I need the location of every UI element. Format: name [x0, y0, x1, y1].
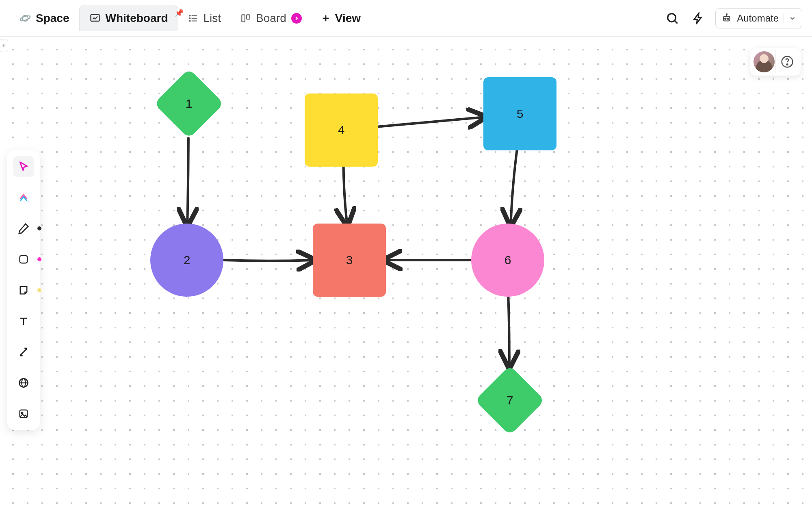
- shape-color-dot: [37, 257, 41, 261]
- tool-web[interactable]: [13, 372, 34, 393]
- tab-space[interactable]: Space: [10, 5, 79, 31]
- plus-icon: [321, 14, 330, 23]
- automate-button[interactable]: Automate: [715, 8, 802, 28]
- quick-action-button[interactable]: [689, 9, 707, 27]
- svg-point-8: [189, 20, 190, 21]
- node-4[interactable]: 4: [305, 93, 378, 167]
- svg-rect-9: [242, 15, 245, 22]
- image-icon: [18, 408, 29, 419]
- tab-board-label: Board: [256, 12, 286, 25]
- svg-point-17: [728, 18, 729, 19]
- svg-point-21: [786, 64, 788, 65]
- chevron-down-icon: [789, 15, 796, 22]
- robot-icon: [721, 13, 732, 24]
- tab-space-label: Space: [36, 12, 69, 25]
- lightning-icon: [692, 12, 704, 24]
- planet-icon: [19, 13, 31, 24]
- svg-point-28: [22, 412, 23, 414]
- avatar[interactable]: [753, 50, 775, 73]
- node-label: 6: [505, 253, 511, 267]
- ai-icon: +: [17, 191, 30, 204]
- svg-point-1: [19, 15, 30, 22]
- pen-color-dot: [37, 226, 41, 230]
- tab-add-view[interactable]: View: [312, 5, 370, 31]
- connector-icon: [18, 346, 29, 358]
- pen-icon: [17, 222, 30, 235]
- svg-line-14: [675, 20, 678, 23]
- node-label: 3: [346, 253, 353, 267]
- node-3[interactable]: 3: [313, 224, 386, 297]
- node-1[interactable]: 1: [154, 69, 223, 138]
- node-6[interactable]: 6: [471, 224, 544, 297]
- node-5[interactable]: 5: [483, 77, 556, 150]
- svg-point-16: [725, 18, 726, 19]
- board-icon: [240, 13, 251, 24]
- search-button[interactable]: [663, 9, 681, 27]
- svg-rect-2: [91, 15, 99, 21]
- tab-board[interactable]: Board: [231, 5, 312, 31]
- whiteboard-canvas[interactable]: 1452367 +: [0, 37, 812, 517]
- square-icon: [18, 254, 29, 265]
- svg-point-19: [726, 14, 727, 15]
- board-badge-icon: [291, 13, 302, 24]
- sticky-color-dot: [37, 288, 41, 292]
- sticky-icon: [18, 285, 29, 296]
- dot-grid: [0, 37, 812, 517]
- tool-sticky[interactable]: [13, 280, 34, 301]
- search-icon: [665, 11, 679, 25]
- tool-text[interactable]: [13, 311, 34, 332]
- tab-list-label: List: [204, 12, 221, 25]
- tool-pen[interactable]: [13, 218, 34, 239]
- node-2[interactable]: 2: [150, 224, 223, 297]
- pin-icon: 📌: [175, 9, 184, 17]
- svg-rect-23: [20, 256, 28, 263]
- svg-point-6: [189, 15, 190, 16]
- text-icon: [18, 315, 29, 327]
- tab-view-label: View: [335, 12, 361, 25]
- whiteboard-icon: [89, 13, 101, 24]
- node-label: 7: [507, 393, 513, 407]
- node-label: 1: [186, 97, 193, 111]
- tab-list[interactable]: List: [178, 5, 231, 31]
- tab-whiteboard-label: Whiteboard: [106, 12, 168, 25]
- sidebar-expand-handle[interactable]: [0, 39, 8, 52]
- canvas-presence-bar: [750, 48, 801, 76]
- automate-caret[interactable]: [784, 13, 796, 23]
- help-button[interactable]: [775, 50, 798, 73]
- node-label: 5: [517, 107, 524, 121]
- help-icon: [781, 55, 794, 68]
- globe-icon: [18, 377, 29, 389]
- svg-point-13: [668, 13, 676, 22]
- drawing-toolbar: +: [7, 150, 40, 430]
- automate-label: Automate: [737, 13, 779, 24]
- list-icon: [188, 13, 199, 24]
- node-label: 4: [338, 123, 345, 137]
- node-7[interactable]: 7: [475, 366, 544, 435]
- tool-shape[interactable]: [13, 249, 34, 270]
- header-tabs: Space 📌 Whiteboard List Board View Autom…: [0, 0, 812, 37]
- tool-connector[interactable]: [13, 341, 34, 363]
- svg-point-7: [189, 17, 190, 18]
- cursor-icon: [17, 161, 30, 173]
- tab-whiteboard[interactable]: 📌 Whiteboard: [79, 5, 178, 31]
- tool-select[interactable]: [13, 156, 34, 177]
- node-label: 2: [184, 253, 191, 267]
- header-right: Automate: [663, 8, 802, 28]
- svg-rect-10: [247, 15, 250, 19]
- tool-ai-shape[interactable]: +: [13, 187, 34, 208]
- svg-text:+: +: [27, 198, 30, 204]
- tool-image[interactable]: [13, 403, 34, 424]
